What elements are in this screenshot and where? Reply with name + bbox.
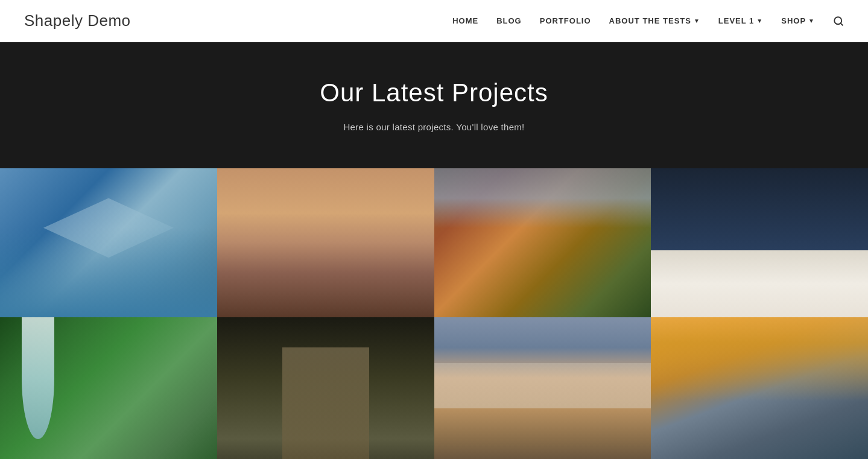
gallery-item-8[interactable] xyxy=(651,317,868,459)
gallery-item-7[interactable] xyxy=(434,317,651,459)
nav-level1[interactable]: LEVEL 1 ▼ xyxy=(718,16,763,25)
site-title[interactable]: Shapely Demo xyxy=(24,11,131,30)
hero-section: Our Latest Projects Here is our latest p… xyxy=(0,42,868,168)
level1-dropdown-arrow: ▼ xyxy=(756,17,763,24)
gallery-image-8 xyxy=(651,317,868,459)
gallery-image-2 xyxy=(217,168,434,317)
svg-line-1 xyxy=(840,23,842,25)
hero-title: Our Latest Projects xyxy=(12,78,856,107)
gallery-image-4 xyxy=(651,168,868,317)
gallery-item-6[interactable] xyxy=(217,317,434,459)
shop-dropdown-arrow: ▼ xyxy=(808,17,815,24)
nav-home[interactable]: HOME xyxy=(452,16,478,25)
about-dropdown-arrow: ▼ xyxy=(694,17,700,24)
gallery-item-5[interactable] xyxy=(0,317,217,459)
gallery-image-7 xyxy=(434,317,651,459)
site-header: Shapely Demo HOME BLOG PORTFOLIO ABOUT T… xyxy=(0,0,868,42)
gallery-item-1[interactable] xyxy=(0,168,217,317)
gallery-item-3[interactable] xyxy=(434,168,651,317)
gallery-grid xyxy=(0,168,868,459)
nav-portfolio[interactable]: PORTFOLIO xyxy=(540,16,591,25)
gallery-image-6 xyxy=(217,317,434,459)
gallery-item-4[interactable] xyxy=(651,168,868,317)
gallery-image-3 xyxy=(434,168,651,317)
main-nav: HOME BLOG PORTFOLIO ABOUT THE TESTS ▼ LE… xyxy=(452,16,844,27)
gallery-image-5 xyxy=(0,317,217,459)
hero-subtitle: Here is our latest projects. You'll love… xyxy=(12,122,856,132)
gallery-image-1 xyxy=(0,168,217,317)
gallery-item-2[interactable] xyxy=(217,168,434,317)
nav-about-the-tests[interactable]: ABOUT THE TESTS ▼ xyxy=(609,16,700,25)
nav-shop[interactable]: SHOP ▼ xyxy=(781,16,815,25)
nav-blog[interactable]: BLOG xyxy=(496,16,522,25)
search-icon[interactable] xyxy=(833,16,844,27)
